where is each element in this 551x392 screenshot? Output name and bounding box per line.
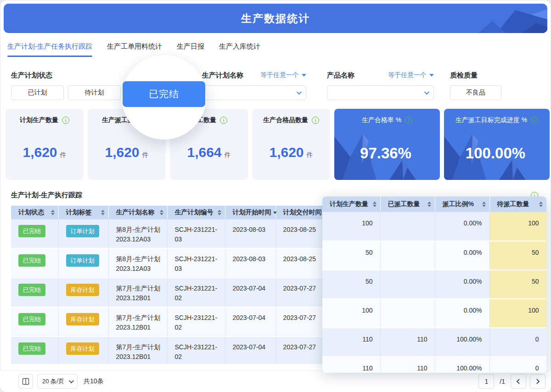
sort-icon[interactable]	[427, 202, 431, 207]
column-header[interactable]: 计划开始时间	[225, 206, 276, 219]
sort-icon[interactable]	[101, 210, 105, 215]
cell-planned-qty: 50	[322, 270, 380, 299]
tab-label: 生产计划-生产任务执行跟踪	[7, 42, 92, 50]
filter-label-plan-name: 生产计划名称	[202, 71, 243, 80]
cell-dispatch-ratio: 0.00%	[435, 241, 489, 270]
cell-dispatched-qty	[380, 212, 435, 241]
tag-badge: 订单计划	[66, 254, 99, 267]
cell-planned-qty: 110	[322, 357, 380, 373]
next-page-button[interactable]	[530, 374, 545, 389]
pager: 1 /1	[478, 374, 545, 389]
stat-card: 生产合格率 % 97.36%	[334, 109, 440, 180]
chevron-down-icon	[69, 378, 74, 383]
sort-icon[interactable]	[51, 210, 55, 215]
stat-card-unit: 件	[142, 151, 149, 158]
sort-icon[interactable]	[539, 202, 543, 207]
filter-plan-name: 生产计划名称 等于任意一个	[202, 71, 306, 100]
info-icon[interactable]	[220, 117, 227, 124]
filter-plan-status: 生产计划状态 已计划 待计划	[11, 71, 121, 100]
status-badge: 已完结	[18, 284, 45, 296]
column-header[interactable]: 生产计划名称	[108, 206, 167, 219]
stat-cards: 计划生产数量 1,620件 生产派工数量	[6, 109, 550, 180]
plan-name-select[interactable]	[202, 85, 306, 100]
info-icon[interactable]	[62, 117, 69, 124]
cell-dispatched-qty	[380, 299, 435, 328]
cell-dispatch-ratio: 100.00%	[435, 328, 489, 357]
tab-bar: 生产计划-生产任务执行跟踪 生产工单用料统计 生产日报 生产入库统计	[7, 42, 260, 57]
stat-card-unit: 件	[60, 151, 67, 158]
app-root: 生产数据统计 生产计划-生产任务执行跟踪 生产工单用料统计 生产日报 生产入库统…	[0, 0, 551, 392]
filter-label-plan-status: 生产计划状态	[11, 71, 52, 80]
tab-item[interactable]: 生产入库统计	[219, 42, 260, 57]
quality-option-button[interactable]: 不良品	[450, 85, 501, 100]
status-badge: 已完结	[18, 313, 45, 325]
cell-dispatched-qty: 110	[380, 357, 435, 373]
cell-dispatched-qty	[380, 270, 435, 299]
cell-plan-name: 第8月-生产计划 2023.12A03	[108, 248, 167, 278]
column-header[interactable]: 已派工数量	[380, 196, 435, 212]
stat-card: 生产派工目标完成进度 % 100.00%	[444, 109, 550, 180]
column-header[interactable]: 派工比例%	[435, 196, 489, 212]
page-size-select[interactable]: 20 条/页	[37, 374, 78, 389]
table-row[interactable]: 50 0.00% 50	[322, 270, 546, 299]
cell-plan-name: 第7月-生产计划 2023.12B01	[108, 336, 167, 364]
status-option-completed-button[interactable]: 已完结	[123, 81, 205, 107]
cell-dispatch-ratio: 0.00%	[435, 270, 489, 299]
stat-card-value: 1,620	[105, 145, 139, 160]
cell-planned-qty: 100	[322, 212, 380, 241]
cell-start-date: 2023-08-03	[225, 219, 276, 248]
cell-planned-qty: 110	[322, 328, 380, 357]
chevron-down-icon	[297, 90, 302, 95]
column-header[interactable]: 待派工数量	[489, 196, 546, 212]
page-title: 生产数据统计	[241, 11, 310, 26]
filter-quality: 质检质量 不良品	[450, 71, 501, 100]
tab-item[interactable]: 生产日报	[177, 42, 204, 57]
caret-down-icon	[429, 74, 434, 77]
cell-dispatch-ratio: 0.00%	[435, 212, 489, 241]
table-row[interactable]: 110 110 100.00% 0	[322, 357, 546, 373]
status-option-button[interactable]: 已计划	[11, 85, 64, 100]
filter-label-product-name: 产品名称	[327, 71, 354, 80]
chevron-down-icon	[424, 90, 429, 95]
tab-item[interactable]: 生产工单用料统计	[107, 42, 162, 57]
status-option-button[interactable]: 待计划	[68, 85, 121, 100]
total-count: 共10条	[84, 377, 104, 386]
sort-icon[interactable]	[273, 212, 277, 214]
sort-icon[interactable]	[218, 210, 221, 215]
table-row[interactable]: 110 110 100.00% 0	[322, 328, 546, 357]
tab-item[interactable]: 生产计划-生产任务执行跟踪	[7, 42, 92, 57]
column-settings-button[interactable]	[18, 374, 33, 389]
table-row[interactable]: 100 0.00% 100	[322, 299, 546, 328]
column-header[interactable]: 生产计划编号	[167, 206, 225, 219]
product-name-select[interactable]	[327, 85, 434, 100]
cell-plan-code: SCJH-231221-02	[167, 336, 225, 364]
stat-card-title: 生产合格品数量	[263, 116, 308, 124]
stat-card-unit: 件	[307, 151, 313, 158]
status-badge: 已完结	[18, 342, 45, 355]
filter-label-quality: 质检质量	[450, 71, 478, 80]
cell-start-date: 2023-07-04	[225, 278, 276, 307]
plan-name-operator-dropdown[interactable]: 等于任意一个	[260, 71, 306, 79]
product-name-operator-dropdown[interactable]: 等于任意一个	[388, 71, 434, 79]
table-row[interactable]: 100 0.00% 100	[322, 212, 546, 241]
sort-icon[interactable]	[373, 202, 377, 207]
sort-icon[interactable]	[160, 210, 163, 215]
cell-plan-code: SCJH-231221-02	[167, 278, 225, 307]
cell-plan-code: SCJH-231221-03	[167, 248, 225, 278]
column-header[interactable]: 计划标签	[58, 206, 108, 219]
table-row[interactable]: 50 0.00% 50	[322, 241, 546, 270]
column-header[interactable]: 计划状态	[11, 206, 58, 219]
info-icon[interactable]	[312, 117, 319, 124]
pinned-columns-table: 计划生产数量 已派工数量 派工比例%	[322, 196, 546, 373]
column-header[interactable]: 计划生产数量	[322, 196, 380, 212]
cell-dispatched-qty	[380, 241, 435, 270]
prev-page-button[interactable]	[511, 374, 526, 389]
cell-pending-qty: 100	[489, 212, 546, 241]
cell-pending-qty: 0	[489, 328, 546, 357]
page-number-input[interactable]: 1	[478, 374, 494, 389]
sort-icon[interactable]	[482, 202, 486, 207]
tag-badge: 库存计划	[66, 313, 99, 325]
cell-start-date: 2023-08-03	[225, 248, 276, 278]
cell-dispatched-qty: 110	[380, 328, 435, 357]
cell-pending-qty: 50	[489, 241, 546, 270]
